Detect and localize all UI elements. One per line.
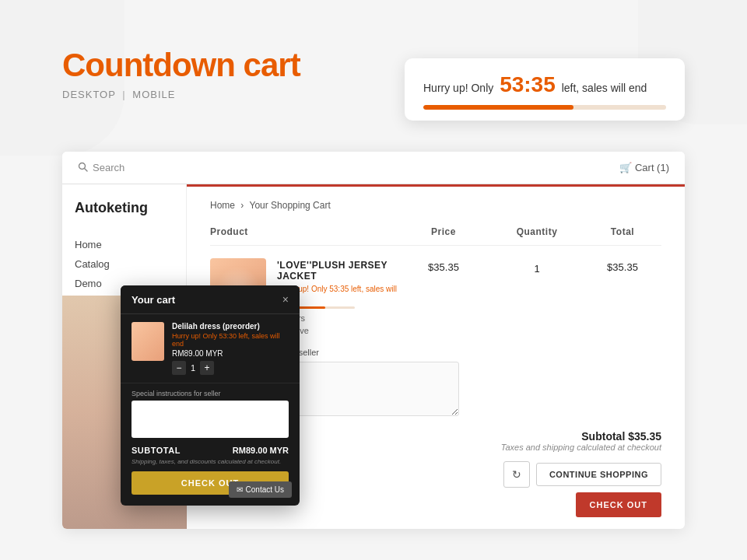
breadcrumb-sep: › [240, 200, 244, 211]
subtitle-mobile: MOBILE [132, 89, 175, 100]
countdown-post-text: left, sales will end [562, 82, 647, 94]
mobile-subtotal-label: SUBTOTAL [132, 446, 181, 455]
cart-item-price: $35.35 [397, 258, 490, 273]
store-search[interactable]: Search [78, 162, 124, 174]
mobile-item-info: Delilah dress (preorder) Hurry up! Only … [172, 322, 289, 375]
mobile-item-price: RM89.00 MYR [172, 349, 289, 358]
cart-actions: ↻ CONTINUE SHOPPING [503, 461, 661, 488]
svg-line-1 [85, 168, 88, 171]
countdown-banner: Hurry up! Only 53:35 left, sales will en… [405, 58, 685, 121]
mobile-item-image [132, 322, 164, 361]
contact-us-button[interactable]: ✉ Contact Us [229, 481, 292, 498]
mobile-subtotal-value: RM89.00 MYR [233, 446, 289, 455]
countdown-pre-text: Hurry up! Only [423, 82, 493, 94]
countdown-progress-bar [423, 105, 666, 110]
store-brand: Autoketing [75, 200, 174, 216]
subtitle-desktop: DESKTOP [62, 89, 116, 100]
tax-note: Taxes and shipping calculated at checkou… [501, 443, 661, 452]
countdown-progress-fill [423, 105, 573, 110]
breadcrumb-current: Your Shopping Cart [249, 200, 330, 211]
subtotal-row: Subtotal $35.35 [581, 430, 661, 443]
continue-shopping-button[interactable]: CONTINUE SHOPPING [536, 463, 661, 486]
cart-label: Cart (1) [635, 162, 669, 173]
mobile-cart-item: Delilah dress (preorder) Hurry up! Only … [121, 314, 300, 383]
mobile-qty-controls: − 1 + [172, 361, 289, 375]
store-cart-button[interactable]: 🛒 Cart (1) [619, 162, 669, 173]
mobile-instructions-label: Special instructions for seller [121, 383, 300, 401]
search-icon [78, 162, 88, 174]
cart-qty-value: 1 [534, 263, 539, 275]
message-icon: ✉ [237, 485, 243, 494]
mobile-cart-header: Your cart × [121, 285, 300, 314]
breadcrumb: Home › Your Shopping Cart [210, 200, 661, 211]
countdown-text: Hurry up! Only 53:35 left, sales will en… [423, 72, 666, 97]
sidebar-item-home[interactable]: Home [75, 235, 174, 254]
breadcrumb-home[interactable]: Home [210, 200, 235, 211]
product-name: 'LOVE''PLUSH JERSEY JACKET [277, 260, 397, 282]
mobile-item-countdown: Hurry up! Only 53:30 left, sales will en… [172, 332, 289, 348]
col-product: Product [210, 226, 397, 237]
mobile-cart-title: Your cart [132, 294, 175, 306]
countdown-time: 53:35 [500, 72, 556, 96]
cart-item-quantity: 1 [490, 258, 584, 275]
mobile-cart-overlay: Your cart × Delilah dress (preorder) Hur… [121, 285, 300, 506]
subtotal-value: $35.35 [628, 430, 661, 443]
cart-item-total: $35.35 [584, 258, 661, 273]
mobile-instructions-box[interactable] [132, 401, 289, 438]
cart-table-header: Product Price Quantity Total [210, 226, 661, 246]
store-preview: Search 🛒 Cart (1) Autoketing Home Catalo… [62, 152, 685, 529]
sidebar-item-catalog[interactable]: Catalog [75, 254, 174, 274]
refresh-button[interactable]: ↻ [503, 461, 530, 488]
subtitle-separator: | [122, 89, 125, 100]
mobile-qty-value: 1 [191, 363, 195, 373]
cart-icon: 🛒 [619, 162, 632, 173]
mobile-subtotal-row: SUBTOTAL RM89.00 MYR [121, 438, 300, 458]
search-label: Search [93, 162, 124, 173]
subtotal-label: Subtotal [581, 430, 625, 443]
store-topbar: Search 🛒 Cart (1) [62, 152, 685, 184]
checkout-button[interactable]: CHECK OUT [576, 492, 661, 517]
mobile-tax-note: Shipping, taxes, and discounts calculate… [121, 458, 300, 471]
mobile-qty-increase[interactable]: + [200, 361, 214, 375]
contact-us-label: Contact Us [246, 485, 284, 494]
col-quantity: Quantity [490, 226, 584, 237]
mobile-cart-close-button[interactable]: × [282, 293, 289, 306]
mobile-qty-decrease[interactable]: − [172, 361, 186, 375]
col-total: Total [584, 226, 661, 237]
col-price: Price [397, 226, 490, 237]
mobile-item-name: Delilah dress (preorder) [172, 322, 289, 331]
